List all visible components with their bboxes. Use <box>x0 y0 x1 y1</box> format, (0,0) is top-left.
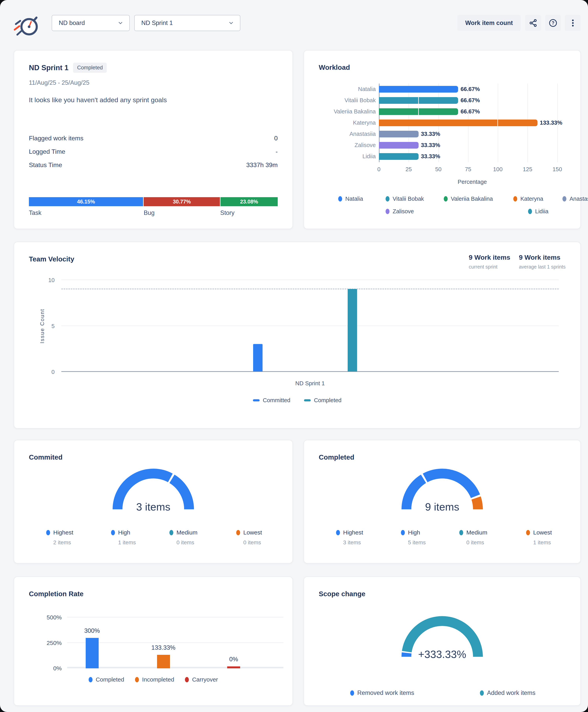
legend-item[interactable]: Medium0 items <box>459 529 487 546</box>
svg-text:?: ? <box>551 20 554 25</box>
legend-entry: Medium <box>169 529 197 536</box>
work-item-count-button[interactable]: Work item count <box>457 15 521 31</box>
type-segment-value: 30.77% <box>173 199 191 205</box>
legend-item[interactable]: Vitalii Bobak <box>385 195 424 202</box>
velocity-gridline <box>61 326 559 326</box>
legend-dot <box>444 196 448 202</box>
team-velocity-card: Team Velocity 9 Work items current sprin… <box>14 242 581 428</box>
completed-gauge: 9 items <box>395 463 489 515</box>
workload-bar[interactable] <box>379 131 419 138</box>
legend-dot <box>169 530 173 535</box>
velocity-plot: 0510 <box>61 280 559 372</box>
gauge-segment-high[interactable] <box>425 474 476 496</box>
legend-label: Incompleted <box>142 676 174 683</box>
workload-row: Anastasiia33.33% <box>319 128 566 140</box>
type-segment-task[interactable]: 46.15% <box>29 197 143 206</box>
workload-card: Workload Natalia66.67%Vitalii Bobak66.67… <box>303 50 581 229</box>
scope-change-card: Scope change +333.33% Removed work items… <box>303 577 581 706</box>
legend-dot <box>528 209 532 214</box>
legend-item[interactable]: Lowest0 items <box>236 529 262 546</box>
completion-bar-carryover[interactable] <box>227 666 240 668</box>
committed-gauge-value: 3 items <box>67 501 240 513</box>
completed-legend: Highest3 itemsHigh5 itemsMedium0 itemsLo… <box>319 529 566 555</box>
velocity-bar-completed[interactable] <box>348 289 357 372</box>
workload-row: Lidiia33.33% <box>319 151 566 162</box>
workload-bar[interactable] <box>379 97 458 104</box>
legend-label: Natalia <box>345 195 363 202</box>
legend-dot <box>459 530 463 535</box>
help-button[interactable]: ? <box>545 15 561 31</box>
legend-item[interactable]: Valeriia Bakalina <box>444 195 493 202</box>
velocity-bar-committed[interactable] <box>253 344 262 372</box>
legend-item[interactable]: Added work items <box>480 689 536 696</box>
legend-count: 0 items <box>176 539 197 546</box>
workload-bar-value: 133.33% <box>540 120 563 126</box>
workload-row-label: Valeriia Bakalina <box>319 108 376 115</box>
legend-item[interactable]: Completed <box>304 397 341 403</box>
legend-count: 2 items <box>53 539 73 546</box>
legend-item[interactable]: Committed <box>253 397 290 403</box>
legend-item[interactable]: Natalia <box>338 195 363 202</box>
legend-label: Anastasiia <box>569 195 588 202</box>
workload-bar-segment <box>419 97 458 104</box>
legend-item[interactable]: Highest3 items <box>336 529 363 546</box>
workload-bar[interactable] <box>379 153 419 160</box>
workload-bar-value: 66.67% <box>460 108 480 115</box>
legend-item[interactable]: Completed <box>89 676 124 683</box>
legend-entry: Medium <box>459 529 487 536</box>
workload-row-label: Lidiia <box>319 153 376 160</box>
chevron-down-icon <box>118 20 123 26</box>
legend-item[interactable]: High1 items <box>111 529 136 546</box>
share-button[interactable] <box>525 15 541 31</box>
type-segment-bug[interactable]: 30.77% <box>144 197 220 206</box>
workload-row-label: Vitalii Bobak <box>319 97 376 104</box>
velocity-y-tick-label: 0 <box>51 369 55 375</box>
workload-bar-track: 66.67% <box>379 97 566 104</box>
legend-item[interactable]: Incompleted <box>135 676 174 683</box>
committed-card: Commited 3 items Highest2 itemsHigh1 ite… <box>14 440 293 563</box>
legend-item[interactable]: Carryover <box>185 676 218 683</box>
legend-item[interactable]: High5 items <box>401 529 426 546</box>
workload-row-label: Kateryna <box>319 120 376 126</box>
completion-bar-completed[interactable] <box>86 638 99 668</box>
legend-dot <box>401 530 405 535</box>
legend-label: Vitalii Bobak <box>393 195 424 202</box>
sprint-select[interactable]: ND Sprint 1 <box>134 15 240 31</box>
legend-item[interactable]: Medium0 items <box>169 529 197 546</box>
legend-item[interactable]: Removed work items <box>350 689 414 696</box>
stat-value: 0 <box>274 135 278 142</box>
completion-rate-legend: CompletedIncompletedCarryover <box>14 676 292 683</box>
stat-label: Logged Time <box>29 148 65 155</box>
workload-bar[interactable] <box>379 142 419 149</box>
legend-entry: High <box>401 529 426 536</box>
workload-bar[interactable] <box>379 120 538 126</box>
legend-item[interactable]: Kateryna <box>513 195 543 202</box>
workload-bar[interactable] <box>379 86 458 92</box>
completion-bar-incompleted[interactable] <box>157 655 170 668</box>
workload-x-tick-label: 150 <box>552 166 562 173</box>
legend-dot <box>338 196 342 202</box>
legend-dot <box>526 530 530 535</box>
legend-item[interactable]: Anastasiia <box>563 195 588 202</box>
sprint-title-row: ND Sprint 1 Completed <box>29 63 107 73</box>
scope-change-gauge: +333.33% <box>395 610 489 662</box>
legend-item[interactable]: Highest2 items <box>46 529 73 546</box>
legend-dot <box>236 530 240 535</box>
completed-title: Completed <box>319 453 354 461</box>
board-select[interactable]: ND board <box>52 15 130 31</box>
legend-item[interactable]: Lowest1 items <box>526 529 552 546</box>
workload-bar-value: 66.67% <box>460 97 480 104</box>
legend-item[interactable]: Zalisove <box>385 208 414 215</box>
workload-x-tick-label: 75 <box>465 166 471 173</box>
legend-item[interactable]: Lidiia <box>528 208 548 215</box>
completion-gridline <box>67 617 284 617</box>
workload-bar[interactable] <box>379 108 458 115</box>
workload-bar-segment <box>379 153 419 160</box>
legend-label: Lowest <box>533 529 552 536</box>
committed-gauge: 3 items <box>106 463 201 515</box>
legend-label: Added work items <box>487 689 536 696</box>
type-segment-label: Story <box>220 209 234 216</box>
type-segment-story[interactable]: 23.08% <box>220 197 278 206</box>
more-button[interactable] <box>565 15 581 31</box>
workload-ticks: 0255075100125150 <box>379 166 566 173</box>
